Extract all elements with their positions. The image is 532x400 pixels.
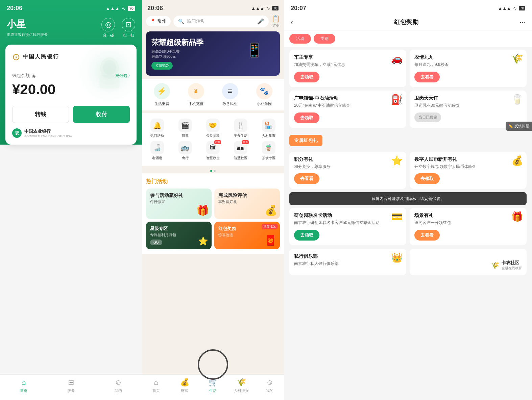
search-icon-2: 🔍 bbox=[178, 19, 184, 24]
order-button[interactable]: 📋 订单 bbox=[271, 15, 280, 28]
nav-rural-market[interactable]: 🏪 乡村集市 bbox=[255, 117, 283, 140]
digital-yuan-button[interactable]: 去领取 bbox=[414, 173, 440, 184]
more-options-button[interactable]: ··· bbox=[519, 18, 525, 26]
car-reward-button[interactable]: 去领取 bbox=[294, 72, 319, 82]
kanong-community-card: 🌾 卡农社区 金融在线教育 bbox=[410, 249, 527, 275]
cable-reward-button[interactable]: 去领取 bbox=[294, 112, 319, 123]
activity-card-1[interactable]: 参与活动赢好礼 冬日惊喜 🎁 bbox=[146, 189, 212, 219]
promo-vip-title: 星级专区 bbox=[150, 226, 208, 232]
filter-badge-1[interactable]: 活动 bbox=[289, 34, 311, 44]
quick-icon-gov[interactable]: ≡ 政务民生 bbox=[222, 83, 238, 106]
mine-nav-icon: ☺ bbox=[115, 378, 122, 387]
p2-mine-label: 我的 bbox=[266, 388, 273, 393]
points-reward-button[interactable]: 去看看 bbox=[294, 173, 319, 184]
feedback-icon: ✏️ bbox=[508, 124, 513, 128]
nav-smart-gov[interactable]: 🏛红包 智慧政企 bbox=[199, 140, 227, 162]
p2-nav-mine[interactable]: ☺ 我的 bbox=[256, 378, 284, 393]
region-badge: 江苏地区 bbox=[262, 224, 278, 229]
promo-card-vip[interactable]: 星级专区 专属福利月月领 GO ⭐ bbox=[146, 222, 212, 249]
quick-icon-park[interactable]: 🐾 小豆乐园 bbox=[256, 83, 272, 106]
p2-nav-rural[interactable]: 🌾 乡村振兴 bbox=[227, 378, 256, 393]
p2-nav-home[interactable]: ⌂ 首页 bbox=[142, 378, 170, 393]
bottom-spacer bbox=[289, 279, 527, 306]
location-button[interactable]: 📍 常州 bbox=[146, 16, 171, 26]
status-time-2: 20:06 bbox=[147, 5, 163, 12]
panel-red-packets: 20:07 ▲▲▲ ∿ 70 ‹ 红包奖励 ··· 活动 类别 🚗 车主专享 加… bbox=[284, 0, 532, 400]
banner-cta-button[interactable]: 立即GO bbox=[151, 62, 173, 70]
bottom-reward-row-1: 💳 研创园联名卡活动 南京农行研创园联名卡客户50元微信立减金活动 去领取 🎁 … bbox=[289, 208, 527, 245]
order-icon: 📋 bbox=[271, 15, 280, 23]
bottom-nav-1: ⌂ 首页 ⊞ 服务 ☺ 我的 bbox=[0, 374, 142, 400]
page-dots bbox=[142, 169, 284, 173]
p2-nav-wealth[interactable]: 💰 财富 bbox=[170, 378, 199, 393]
vip-go-button[interactable]: GO bbox=[150, 240, 162, 245]
dot-2 bbox=[214, 170, 216, 172]
car-reward-image: 🚗 bbox=[391, 53, 403, 64]
nav-charity[interactable]: 🤝 公益捐款 bbox=[199, 117, 227, 140]
nav-travel[interactable]: 🚌 出行 bbox=[171, 140, 199, 162]
nav-hot-activities[interactable]: 🔔 热门活动 bbox=[143, 117, 171, 140]
p2-home-icon: ⌂ bbox=[154, 378, 158, 387]
nav-food[interactable]: 🍴 美食生活 bbox=[227, 117, 255, 140]
svg-point-1 bbox=[103, 60, 116, 75]
quick-icon-mobile[interactable]: ¥ 手机充值 bbox=[188, 83, 204, 106]
p2-life-label: 生活 bbox=[209, 388, 217, 393]
reward-cable-tv: ⛽ 广电猫猫-中石油活动 20元"在南京"中石油微信立减金 去领取 bbox=[289, 91, 406, 128]
status-time-1: 20:06 bbox=[7, 5, 22, 12]
rural-market-icon: 🏪 bbox=[262, 119, 275, 132]
nav-smart-community[interactable]: 🏘红包 智慧社区 bbox=[227, 140, 255, 162]
user-info: 小星 由农业银行提供钱包服务 bbox=[7, 18, 48, 37]
points-reward-desc: 积分兑换，尊享服务 bbox=[294, 164, 402, 170]
scan-icon: ⊡ bbox=[122, 18, 135, 31]
user-subtitle: 由农业银行提供钱包服务 bbox=[7, 32, 48, 37]
scene-reward-button[interactable]: 去看看 bbox=[414, 230, 440, 241]
filter-badge-2[interactable]: 类别 bbox=[314, 34, 335, 44]
back-button[interactable]: ‹ bbox=[291, 18, 293, 26]
signal-icon-2: ▲▲▲ bbox=[251, 6, 264, 11]
p2-nav-life[interactable]: 🛒 生活 bbox=[199, 378, 227, 393]
dairy-reward-desc: 卫岗乳业30元微信立减益 bbox=[414, 103, 522, 108]
services-nav-label: 服务 bbox=[67, 388, 75, 393]
activity-card-2[interactable]: 完成风险评估 享财富好礼 💰 bbox=[214, 189, 280, 219]
scene-reward-image: 🎁 bbox=[511, 211, 523, 222]
quick-service-icons: ⚡ 生活缴费 ¥ 手机充值 ≡ 政务民生 🐾 小豆乐园 bbox=[142, 79, 284, 110]
reward-private-bank: 👑 私行俱乐部 南京农行私人银行俱乐部 bbox=[289, 249, 406, 275]
nav-movies[interactable]: 🎬 影票 bbox=[171, 117, 199, 140]
innovation-reward-button[interactable]: 去领取 bbox=[294, 230, 319, 241]
scan-action[interactable]: ⊡ 扫一扫 bbox=[122, 18, 135, 38]
search-bar: 📍 常州 🔍 热门活动 🎤 📋 订单 bbox=[142, 15, 284, 31]
activity-card-1-sub: 冬日惊喜 bbox=[150, 199, 208, 204]
nav-services-1[interactable]: ⊞ 服务 bbox=[47, 378, 95, 393]
farming-reward-button[interactable]: 去看看 bbox=[414, 72, 440, 82]
car-reward-title: 车主专享 bbox=[294, 54, 402, 60]
search-input-wrapper[interactable]: 🔍 热门活动 🎤 bbox=[173, 16, 269, 27]
transfer-button[interactable]: 转钱 bbox=[12, 106, 69, 123]
nav-mine-1[interactable]: ☺ 我的 bbox=[95, 378, 142, 393]
innovation-reward-desc: 南京农行研创园联名卡客户50元微信立减金活动 bbox=[294, 220, 402, 226]
quick-icon-utilities[interactable]: ⚡ 生活缴费 bbox=[154, 83, 170, 106]
p2-home-label: 首页 bbox=[152, 388, 160, 393]
dairy-reward-title: 卫岗天天订 bbox=[414, 95, 522, 101]
nav-wine[interactable]: 🍶 名酒惠 bbox=[143, 140, 171, 162]
eye-icon[interactable]: ◉ bbox=[32, 73, 35, 78]
wifi-icon-2: ∿ bbox=[266, 6, 270, 11]
mic-icon[interactable]: 🎤 bbox=[257, 18, 264, 25]
feedback-button[interactable]: ✏️ 反馈问题 bbox=[506, 122, 532, 131]
reward-scene: 🎁 场景有礼 邀约客户一分领红包 去看看 bbox=[410, 208, 527, 245]
smart-gov-icon: 🏛红包 bbox=[206, 141, 220, 154]
signal-icon-1: ▲▲▲ bbox=[105, 6, 120, 11]
kanong-text: 卡农社区 金融在线教育 bbox=[502, 260, 522, 271]
digital-yuan-image: 💰 bbox=[511, 155, 523, 166]
receive-button[interactable]: 收付 bbox=[73, 106, 130, 123]
promo-card-redpacket[interactable]: 江苏地区 红包奖励 惊喜连连 🧧 bbox=[214, 222, 280, 249]
nav-home-1[interactable]: ⌂ 首页 bbox=[0, 378, 47, 393]
innovation-reward-title: 研创园联名卡活动 bbox=[294, 212, 402, 219]
bump-action[interactable]: ◎ 碰一碰 bbox=[101, 18, 115, 38]
promo-banner[interactable]: 📱 荣耀超级新品季 最高24期0手续费 最高立减500元 立即GO bbox=[146, 31, 280, 76]
privacy-notice: 截屏内容可能涉及到隐私，请妥善保管。 bbox=[289, 192, 527, 205]
nav-tea[interactable]: 🧋 茶饮专区 bbox=[255, 140, 283, 162]
points-reward-title: 积分有礼 bbox=[294, 156, 402, 162]
charity-icon: 🤝 bbox=[206, 119, 220, 132]
car-reward-desc: 加油交罚洗车，立减4元优惠 bbox=[294, 62, 402, 68]
private-bank-title: 私行俱乐部 bbox=[294, 253, 402, 259]
